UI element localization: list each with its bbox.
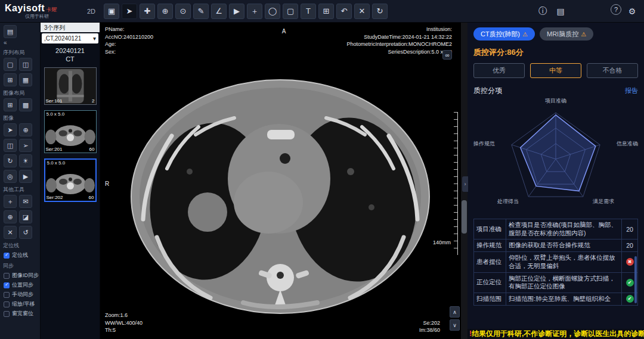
annotate-tool-button[interactable]: ✎	[193, 4, 209, 19]
radar-label-needs: 满足需求	[593, 198, 614, 206]
magnify-tool-button[interactable]: ⊕	[157, 4, 173, 19]
undo-circle-button[interactable]: ↺	[19, 226, 32, 239]
add-tool-button[interactable]: ＋	[247, 4, 262, 19]
grid-2x2-layout-button[interactable]: ⊞	[4, 73, 17, 86]
single-layout-button[interactable]: ▢	[4, 58, 17, 71]
grid-3x3-layout-icon: ▦	[23, 76, 29, 84]
image-icon: ▣	[108, 7, 115, 15]
comment-button[interactable]: ✉	[19, 195, 32, 208]
close-icon: ✕	[7, 229, 13, 237]
ellipse-roi-button[interactable]: ◯	[265, 4, 280, 19]
add-button[interactable]: ＋	[4, 195, 17, 208]
table-scrollbar-thumb[interactable]	[634, 256, 637, 303]
sync-label: 窗宽窗位	[12, 310, 33, 318]
two-col-layout-icon: ◫	[23, 61, 29, 69]
left-tool-panel: ▤ « 序列布局 ▢ ◫ ⊞ ▦ 图像布局 ⊞ ▩ 图像 ➤ ⊕ ◫ ➢ ↻ ☀…	[0, 23, 41, 339]
research-note: 仅用于科研	[25, 14, 83, 19]
two-col-layout-button[interactable]: ◫	[19, 58, 32, 71]
tab-ct-lung-qc[interactable]: CT质控(肺部) ⚠	[473, 27, 535, 41]
radar-svg	[473, 97, 638, 210]
slice-down-button[interactable]: ∨	[450, 319, 460, 331]
layout-tool-button[interactable]: ⊞	[318, 4, 334, 19]
help-button[interactable]: ?	[611, 4, 621, 15]
panel-layout-button[interactable]: ▤	[4, 25, 17, 38]
settings-dial-button[interactable]: ◎	[4, 170, 17, 183]
main-viewport[interactable]: PName: AccNO:2401210200 Age: Sex: A R In…	[100, 23, 467, 339]
clone-button[interactable]: ◫	[4, 139, 17, 152]
delete-button[interactable]: ✕	[354, 4, 370, 19]
settings-button[interactable]: ⚙	[625, 4, 639, 18]
table-row: 患者摆位 仰卧位，双臂上举抱头，患者体位摆放合适，无明显偏斜 ✖	[474, 251, 637, 272]
plus-icon: ＋	[251, 6, 259, 17]
image-grid-dense-icon: ▩	[23, 101, 29, 109]
checkbox-icon	[4, 311, 10, 317]
section-label-series-layout: 序列布局	[3, 49, 40, 57]
text-tool-button[interactable]: T	[301, 4, 316, 19]
sync-window-checkbox[interactable]: 窗宽窗位	[4, 310, 40, 318]
collapse-right-panel[interactable]: ›	[462, 176, 468, 192]
single-layout-icon: ▢	[7, 61, 13, 69]
chevron-down-icon: ∨	[453, 322, 457, 328]
reset-button[interactable]: ↻	[372, 4, 388, 19]
slice-thickness: Th:5	[105, 326, 143, 334]
mode-label: 2D	[87, 8, 95, 15]
sync-position-checkbox[interactable]: 位置同步	[4, 281, 40, 289]
grade-fail-button[interactable]: 不合格	[587, 63, 638, 78]
warning-icon: ⚠	[522, 31, 528, 38]
grid-3x3-layout-button[interactable]: ▦	[19, 73, 32, 86]
collapse-left-panel[interactable]: «	[4, 39, 40, 46]
zoom-plus-button[interactable]: ⊕	[4, 210, 17, 223]
link-button[interactable]: ∞	[442, 50, 452, 60]
sync-zoom-pan-checkbox[interactable]: 缩放/平移	[4, 300, 40, 308]
series-position-overlay: Se:202 Im:38/60	[419, 319, 440, 334]
undo-icon: ↶	[341, 7, 348, 15]
viewport-scrollbar-thumb[interactable]	[462, 200, 467, 234]
toolbar-tool-group: ▣ ➤ ✚ ⊕ ⊙ ✎ ∠ ▶ ＋ ◯ ▢ T ⊞ ↶ ✕ ↻	[104, 4, 388, 19]
study-dropdown[interactable]: ,CT,20240121 ▾	[42, 33, 98, 43]
series-thumbnail-202[interactable]: 5.0 x 5.0 Ser:202 60	[44, 158, 97, 202]
pointer-button[interactable]: ➤	[4, 123, 17, 136]
angle-icon: ∠	[215, 7, 222, 15]
image-tool-button[interactable]: ▣	[104, 4, 119, 19]
eraser-button[interactable]: ◪	[19, 210, 32, 223]
series-thumbnail-201[interactable]: 5.0 x 5.0 Ser:201 60	[44, 110, 97, 153]
qc-radar-chart: 项目准确 信息准确 满足需求 处理得当 操作规范	[473, 97, 638, 216]
thumbnail-series-number: Ser:202	[47, 195, 63, 200]
report-button[interactable]: ▤	[553, 4, 568, 18]
pointer-tool-button[interactable]: ➤	[122, 4, 137, 19]
pan-tool-button[interactable]: ✚	[140, 4, 155, 19]
sync-manual-checkbox[interactable]: 手动同步	[4, 291, 40, 298]
image-grid-button[interactable]: ⊞	[4, 98, 17, 111]
grade-medium-button[interactable]: 中等	[530, 63, 581, 78]
info-button[interactable]: ⓘ	[535, 4, 550, 18]
rotate-button[interactable]: ↻	[4, 154, 17, 167]
play-button[interactable]: ▶	[19, 170, 32, 183]
grid-2x2-layout-icon: ⊞	[7, 76, 13, 84]
magnifier-button[interactable]: ⊕	[19, 123, 32, 136]
cine-tool-button[interactable]: ▶	[229, 4, 244, 19]
toolbar-far-group: ? ⚙	[611, 4, 639, 18]
chevron-down-icon: ▾	[93, 35, 96, 42]
tab-mri-brain-qc[interactable]: MRI脑质控 ⚠	[540, 27, 593, 41]
report-link[interactable]: 报告	[625, 86, 638, 95]
rect-roi-button[interactable]: ▢	[283, 4, 298, 19]
slice-up-button[interactable]: ∧	[450, 306, 460, 318]
section-label-sync: 同步	[3, 262, 40, 270]
sync-image-id-checkbox[interactable]: 图像ID同步	[4, 272, 40, 279]
link-cursor-button[interactable]: ➢	[19, 139, 32, 152]
localizer-checkbox[interactable]: 定位线	[4, 251, 40, 259]
undo-button[interactable]: ↶	[336, 4, 352, 19]
qc-item-name: 正位定位	[474, 273, 506, 293]
clear-button[interactable]: ✕	[4, 226, 17, 239]
target-tool-button[interactable]: ⊙	[175, 4, 191, 19]
image-grid-icon: ⊞	[7, 101, 13, 109]
qc-item-score: 20	[626, 242, 633, 249]
brightness-button[interactable]: ☀	[19, 154, 32, 167]
top-toolbar: Kayisoft卡耀 仅用于科研 2D ▣ ➤ ✚ ⊕ ⊙ ✎ ∠ ▶ ＋ ◯ …	[0, 0, 644, 23]
image-grid-dense-button[interactable]: ▩	[19, 98, 32, 111]
text-icon: T	[306, 7, 311, 15]
series-thumbnail-101[interactable]: Ser:101 2	[44, 67, 97, 105]
thumbnail-image-count: 60	[89, 147, 95, 152]
measure-tool-button[interactable]: ∠	[211, 4, 227, 19]
grade-excellent-button[interactable]: 优秀	[473, 63, 525, 78]
